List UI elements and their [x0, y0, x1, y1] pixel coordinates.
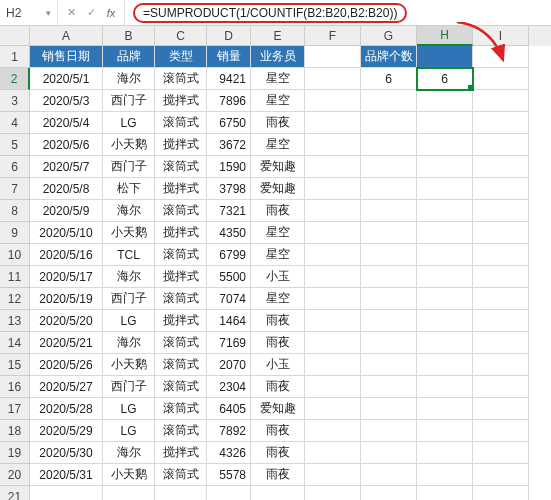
cell[interactable]: [207, 486, 251, 500]
data-cell[interactable]: 滚筒式: [155, 354, 207, 376]
row-header-1[interactable]: 1: [0, 46, 30, 68]
cell[interactable]: [305, 134, 361, 156]
cell[interactable]: [473, 178, 529, 200]
row-header-19[interactable]: 19: [0, 442, 30, 464]
cell[interactable]: [305, 244, 361, 266]
data-cell[interactable]: 滚筒式: [155, 112, 207, 134]
data-cell[interactable]: 滚筒式: [155, 332, 207, 354]
cell[interactable]: [305, 398, 361, 420]
data-cell[interactable]: 2020/5/3: [30, 90, 103, 112]
cell[interactable]: [361, 178, 417, 200]
cell[interactable]: [417, 266, 473, 288]
row-header-10[interactable]: 10: [0, 244, 30, 266]
data-cell[interactable]: 星空: [251, 244, 305, 266]
brand-count-g2[interactable]: 6: [361, 68, 417, 90]
column-header-C[interactable]: C: [155, 26, 207, 46]
cell[interactable]: [361, 112, 417, 134]
data-cell[interactable]: 2070: [207, 354, 251, 376]
cell[interactable]: [473, 90, 529, 112]
data-cell[interactable]: 西门子: [103, 376, 155, 398]
data-header[interactable]: 销售日期: [30, 46, 103, 68]
cell[interactable]: [417, 288, 473, 310]
row-header-15[interactable]: 15: [0, 354, 30, 376]
data-cell[interactable]: 2020/5/17: [30, 266, 103, 288]
cell[interactable]: [417, 420, 473, 442]
cell[interactable]: [305, 112, 361, 134]
data-cell[interactable]: 海尔: [103, 442, 155, 464]
data-cell[interactable]: 1464: [207, 310, 251, 332]
cell[interactable]: [473, 354, 529, 376]
data-cell[interactable]: 7074: [207, 288, 251, 310]
data-cell[interactable]: 松下: [103, 178, 155, 200]
data-cell[interactable]: 2020/5/20: [30, 310, 103, 332]
data-cell[interactable]: 2020/5/10: [30, 222, 103, 244]
cell[interactable]: [473, 310, 529, 332]
row-header-14[interactable]: 14: [0, 332, 30, 354]
cell[interactable]: [473, 266, 529, 288]
cell[interactable]: [417, 442, 473, 464]
cell[interactable]: [361, 288, 417, 310]
cell[interactable]: [417, 464, 473, 486]
data-cell[interactable]: 2020/5/26: [30, 354, 103, 376]
cell[interactable]: [473, 222, 529, 244]
cell[interactable]: [417, 90, 473, 112]
cell[interactable]: [103, 486, 155, 500]
data-cell[interactable]: 星空: [251, 288, 305, 310]
cell[interactable]: [361, 420, 417, 442]
cell[interactable]: [361, 90, 417, 112]
data-cell[interactable]: TCL: [103, 244, 155, 266]
column-header-A[interactable]: A: [30, 26, 103, 46]
data-header[interactable]: 业务员: [251, 46, 305, 68]
data-cell[interactable]: 小玉: [251, 354, 305, 376]
cell[interactable]: [361, 464, 417, 486]
cell[interactable]: [251, 486, 305, 500]
data-cell[interactable]: 小玉: [251, 266, 305, 288]
data-cell[interactable]: 2020/5/1: [30, 68, 103, 90]
cell[interactable]: [305, 90, 361, 112]
data-cell[interactable]: 海尔: [103, 200, 155, 222]
data-cell[interactable]: 滚筒式: [155, 200, 207, 222]
data-cell[interactable]: 滚筒式: [155, 376, 207, 398]
data-cell[interactable]: 小天鹅: [103, 354, 155, 376]
data-cell[interactable]: 2020/5/16: [30, 244, 103, 266]
brand-count-h2[interactable]: 6: [417, 68, 473, 90]
data-cell[interactable]: 2304: [207, 376, 251, 398]
cell[interactable]: [361, 442, 417, 464]
data-cell[interactable]: 2020/5/27: [30, 376, 103, 398]
cell[interactable]: [473, 332, 529, 354]
cell[interactable]: [361, 134, 417, 156]
data-cell[interactable]: 2020/5/21: [30, 332, 103, 354]
cell[interactable]: [361, 486, 417, 500]
cell[interactable]: [30, 486, 103, 500]
fx-icon[interactable]: fx: [102, 4, 120, 22]
cell[interactable]: [417, 398, 473, 420]
cell[interactable]: [417, 222, 473, 244]
data-cell[interactable]: 星空: [251, 134, 305, 156]
row-header-13[interactable]: 13: [0, 310, 30, 332]
data-cell[interactable]: 2020/5/6: [30, 134, 103, 156]
cancel-icon[interactable]: ✕: [62, 4, 80, 22]
data-cell[interactable]: LG: [103, 420, 155, 442]
cell[interactable]: [305, 354, 361, 376]
data-cell[interactable]: 滚筒式: [155, 244, 207, 266]
data-cell[interactable]: 星空: [251, 90, 305, 112]
data-cell[interactable]: 2020/5/9: [30, 200, 103, 222]
data-cell[interactable]: LG: [103, 112, 155, 134]
select-all-corner[interactable]: [0, 26, 30, 46]
cell[interactable]: [473, 398, 529, 420]
data-cell[interactable]: 搅拌式: [155, 266, 207, 288]
row-header-11[interactable]: 11: [0, 266, 30, 288]
data-cell[interactable]: 7896: [207, 90, 251, 112]
data-cell[interactable]: 3672: [207, 134, 251, 156]
data-cell[interactable]: 2020/5/7: [30, 156, 103, 178]
cell[interactable]: [473, 200, 529, 222]
data-cell[interactable]: 滚筒式: [155, 464, 207, 486]
column-header-G[interactable]: G: [361, 26, 417, 46]
cell[interactable]: [305, 376, 361, 398]
column-header-D[interactable]: D: [207, 26, 251, 46]
data-cell[interactable]: 小天鹅: [103, 134, 155, 156]
row-header-17[interactable]: 17: [0, 398, 30, 420]
cell[interactable]: [417, 310, 473, 332]
cell[interactable]: [305, 266, 361, 288]
data-cell[interactable]: 滚筒式: [155, 156, 207, 178]
